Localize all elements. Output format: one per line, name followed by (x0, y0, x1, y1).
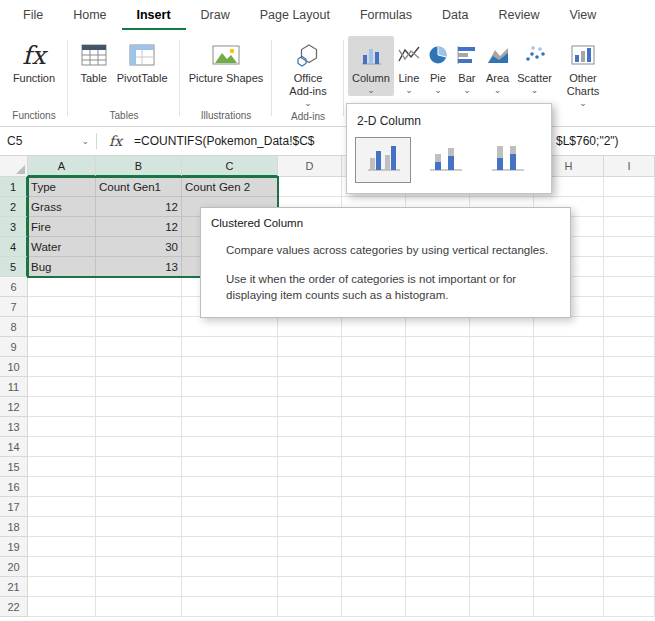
cell-D15[interactable] (278, 457, 342, 477)
picture-shapes-button[interactable]: Picture Shapes (185, 36, 268, 87)
cell-G15[interactable] (470, 457, 534, 477)
cell-A17[interactable] (28, 497, 96, 517)
cell-D14[interactable] (278, 437, 342, 457)
cell-E14[interactable] (342, 437, 406, 457)
cell-E15[interactable] (342, 457, 406, 477)
cell-G18[interactable] (470, 517, 534, 537)
cell-B2[interactable]: 12 (96, 197, 182, 217)
row-header-5[interactable]: 5 (0, 257, 28, 277)
cell-F17[interactable] (406, 497, 470, 517)
cell-A10[interactable] (28, 357, 96, 377)
cell-F8[interactable] (406, 317, 470, 337)
cell-B16[interactable] (96, 477, 182, 497)
cell-C17[interactable] (182, 497, 278, 517)
row-header-10[interactable]: 10 (0, 357, 28, 377)
select-all-corner[interactable] (0, 156, 28, 177)
cell-H11[interactable] (534, 377, 604, 397)
cell-F19[interactable] (406, 537, 470, 557)
cell-B18[interactable] (96, 517, 182, 537)
row-header-13[interactable]: 13 (0, 417, 28, 437)
cell-F20[interactable] (406, 557, 470, 577)
menu-tab-formulas[interactable]: Formulas (345, 0, 427, 30)
cell-G20[interactable] (470, 557, 534, 577)
cell-H21[interactable] (534, 577, 604, 597)
row-header-20[interactable]: 20 (0, 557, 28, 577)
cell-A3[interactable]: Fire (28, 217, 96, 237)
menu-tab-page-layout[interactable]: Page Layout (245, 0, 345, 30)
cell-H13[interactable] (534, 417, 604, 437)
cell-B19[interactable] (96, 537, 182, 557)
cell-I3[interactable] (604, 217, 655, 237)
cell-E20[interactable] (342, 557, 406, 577)
cell-B7[interactable] (96, 297, 182, 317)
cell-B20[interactable] (96, 557, 182, 577)
cell-I22[interactable] (604, 597, 655, 617)
cell-A20[interactable] (28, 557, 96, 577)
row-header-21[interactable]: 21 (0, 577, 28, 597)
cell-C14[interactable] (182, 437, 278, 457)
cell-A19[interactable] (28, 537, 96, 557)
cell-C10[interactable] (182, 357, 278, 377)
cell-A4[interactable]: Water (28, 237, 96, 257)
cell-B22[interactable] (96, 597, 182, 617)
cell-E21[interactable] (342, 577, 406, 597)
cell-D17[interactable] (278, 497, 342, 517)
cell-H18[interactable] (534, 517, 604, 537)
cell-G12[interactable] (470, 397, 534, 417)
cell-G19[interactable] (470, 537, 534, 557)
cell-D20[interactable] (278, 557, 342, 577)
cell-F15[interactable] (406, 457, 470, 477)
cell-D10[interactable] (278, 357, 342, 377)
pivottable-button[interactable]: PivotTable (113, 36, 172, 87)
row-header-22[interactable]: 22 (0, 597, 28, 617)
cell-I2[interactable] (604, 197, 655, 217)
cell-A14[interactable] (28, 437, 96, 457)
cell-F9[interactable] (406, 337, 470, 357)
row-header-11[interactable]: 11 (0, 377, 28, 397)
cell-F14[interactable] (406, 437, 470, 457)
row-header-16[interactable]: 16 (0, 477, 28, 497)
cell-G16[interactable] (470, 477, 534, 497)
cell-E19[interactable] (342, 537, 406, 557)
cell-G14[interactable] (470, 437, 534, 457)
name-box[interactable]: C5 ⌄ (0, 127, 96, 155)
row-header-19[interactable]: 19 (0, 537, 28, 557)
cell-C8[interactable] (182, 317, 278, 337)
cell-D12[interactable] (278, 397, 342, 417)
menu-tab-draw[interactable]: Draw (186, 0, 245, 30)
row-header-17[interactable]: 17 (0, 497, 28, 517)
cell-F21[interactable] (406, 577, 470, 597)
cell-A15[interactable] (28, 457, 96, 477)
cell-B8[interactable] (96, 317, 182, 337)
cell-H19[interactable] (534, 537, 604, 557)
row-header-12[interactable]: 12 (0, 397, 28, 417)
cell-F22[interactable] (406, 597, 470, 617)
row-header-8[interactable]: 8 (0, 317, 28, 337)
cell-D9[interactable] (278, 337, 342, 357)
row-header-6[interactable]: 6 (0, 277, 28, 297)
cell-B5[interactable]: 13 (96, 257, 182, 277)
menu-tab-file[interactable]: File (8, 0, 58, 30)
cell-H9[interactable] (534, 337, 604, 357)
cell-B6[interactable] (96, 277, 182, 297)
cell-G21[interactable] (470, 577, 534, 597)
cell-B13[interactable] (96, 417, 182, 437)
cell-F11[interactable] (406, 377, 470, 397)
cell-G8[interactable] (470, 317, 534, 337)
cell-I11[interactable] (604, 377, 655, 397)
cell-A6[interactable] (28, 277, 96, 297)
cell-E10[interactable] (342, 357, 406, 377)
cell-F10[interactable] (406, 357, 470, 377)
cell-C15[interactable] (182, 457, 278, 477)
cell-A12[interactable] (28, 397, 96, 417)
cell-A2[interactable]: Grass (28, 197, 96, 217)
cell-I5[interactable] (604, 257, 655, 277)
line-chart-button[interactable]: Line ⌄ (394, 36, 424, 96)
cell-F16[interactable] (406, 477, 470, 497)
cell-D1[interactable] (278, 177, 342, 197)
cell-B14[interactable] (96, 437, 182, 457)
table-button[interactable]: Table (76, 36, 110, 87)
cell-B12[interactable] (96, 397, 182, 417)
cell-A21[interactable] (28, 577, 96, 597)
cell-E9[interactable] (342, 337, 406, 357)
